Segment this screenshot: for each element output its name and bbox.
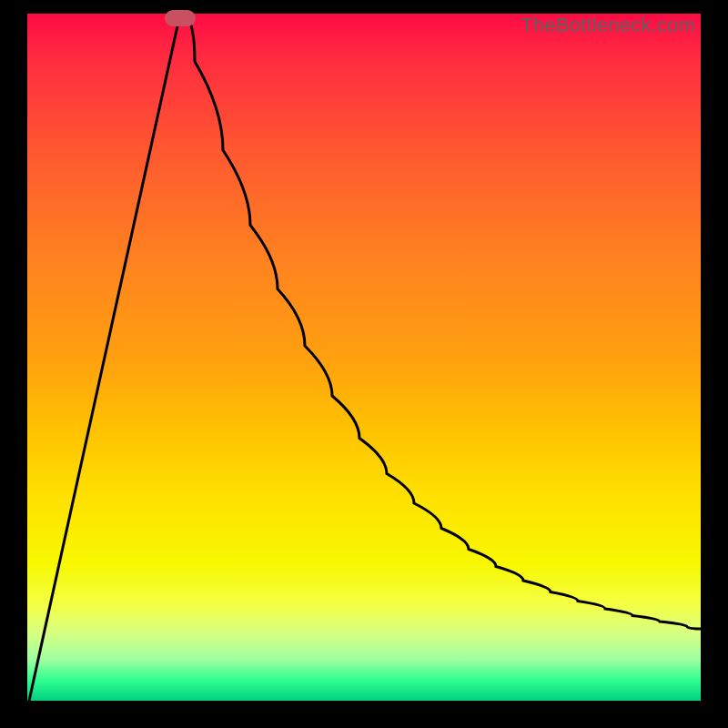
curve-left-branch [29, 14, 180, 701]
curve-right-branch [180, 14, 701, 629]
plot-area: TheBottleneck.com [27, 14, 701, 701]
minimum-marker [165, 10, 196, 26]
curve-svg [27, 14, 701, 701]
chart-frame: TheBottleneck.com [0, 0, 728, 728]
